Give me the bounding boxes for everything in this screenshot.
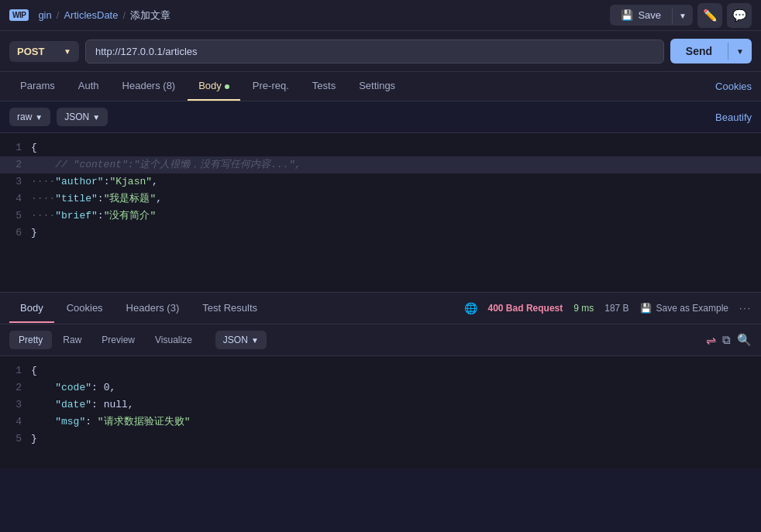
- json-chevron-icon: ▼: [92, 113, 100, 122]
- tab-prereq[interactable]: Pre-req.: [242, 72, 300, 101]
- more-options-button[interactable]: ···: [739, 303, 752, 314]
- cookies-link[interactable]: Cookies: [715, 81, 752, 92]
- response-code-editor[interactable]: 1 { 2 "code": 0, 3 "date": null, 4 "msg"…: [0, 356, 761, 469]
- code-line-1: 1 {: [0, 139, 761, 156]
- globe-icon: 🌐: [464, 302, 477, 314]
- save-disk-icon: 💾: [621, 9, 633, 21]
- raw-format-select[interactable]: raw ▼: [9, 108, 50, 126]
- json-format-select[interactable]: JSON ▼: [57, 108, 108, 126]
- tab-body[interactable]: Body: [188, 72, 240, 101]
- response-tab-test-results[interactable]: Test Results: [191, 294, 268, 323]
- method-select[interactable]: POST ▼: [9, 41, 79, 62]
- send-button[interactable]: Send: [670, 39, 728, 63]
- logo-icon: WIP: [9, 9, 29, 21]
- send-button-group: Send ▼: [670, 39, 752, 63]
- resp-code-line-1: 1 {: [0, 362, 761, 379]
- save-button[interactable]: 💾 Save: [610, 5, 672, 26]
- breadcrumb: gin / ArticlesDate / 添加文章: [38, 9, 170, 22]
- response-json-label: JSON: [223, 335, 248, 345]
- response-json-chevron-icon: ▼: [251, 336, 259, 345]
- method-chevron-icon: ▼: [64, 47, 71, 56]
- resp-code-line-3: 3 "date": null,: [0, 396, 761, 414]
- response-time: 9 ms: [573, 303, 594, 314]
- title-bar: WIP gin / ArticlesDate / 添加文章 💾 Save ▼ ✏…: [0, 0, 761, 31]
- app-logo: WIP: [9, 9, 29, 21]
- breadcrumb-articlesdate[interactable]: ArticlesDate: [64, 9, 118, 21]
- tab-headers[interactable]: Headers (8): [112, 72, 187, 101]
- edit-button[interactable]: ✏️: [697, 3, 722, 28]
- breadcrumb-current: 添加文章: [130, 9, 170, 22]
- response-tabs-list: Body Cookies Headers (3) Test Results: [9, 294, 268, 323]
- response-tabs-bar: Body Cookies Headers (3) Test Results 🌐 …: [0, 292, 761, 324]
- response-tab-cookies[interactable]: Cookies: [56, 294, 114, 323]
- method-label: POST: [17, 46, 44, 57]
- request-tabs-list: Params Auth Headers (8) Body Pre-req. Te…: [9, 72, 715, 101]
- resp-code-line-5: 5 }: [0, 431, 761, 448]
- response-status-area: 🌐 400 Bad Request 9 ms 187 B 💾 Save as E…: [464, 302, 752, 314]
- code-line-4: 4 ····"title":"我是标题",: [0, 190, 761, 208]
- request-bar: POST ▼ Send ▼: [0, 31, 761, 72]
- tab-auth[interactable]: Auth: [67, 72, 110, 101]
- resp-code-line-2: 2 "code": 0,: [0, 379, 761, 396]
- raw-chevron-icon: ▼: [35, 113, 43, 122]
- save-label: Save: [638, 9, 661, 21]
- title-actions: 💾 Save ▼ ✏️ 💬: [610, 3, 752, 28]
- chevron-down-icon: ▼: [679, 12, 687, 20]
- response-json-select[interactable]: JSON ▼: [215, 331, 267, 349]
- search-icon[interactable]: 🔍: [737, 333, 752, 347]
- code-line-5: 5 ····"brief":"没有简介": [0, 208, 761, 225]
- save-as-example-button[interactable]: 💾 Save as Example: [640, 303, 728, 314]
- response-size: 187 B: [604, 303, 628, 314]
- send-dropdown-button[interactable]: ▼: [728, 39, 752, 63]
- code-line-3: 3 ····"author":"Kjasn",: [0, 173, 761, 190]
- body-format-bar: raw ▼ JSON ▼ Beautify: [0, 101, 761, 133]
- json-label: JSON: [64, 112, 89, 122]
- view-tab-visualize[interactable]: Visualize: [146, 331, 201, 349]
- view-tab-preview[interactable]: Preview: [92, 331, 144, 349]
- resp-code-line-4: 4 "msg": "请求数据验证失败": [0, 414, 761, 431]
- beautify-button[interactable]: Beautify: [715, 112, 752, 123]
- view-tab-pretty[interactable]: Pretty: [9, 331, 52, 349]
- view-tab-raw[interactable]: Raw: [53, 331, 91, 349]
- request-tabs-bar: Params Auth Headers (8) Body Pre-req. Te…: [0, 72, 761, 101]
- code-line-6: 6 }: [0, 225, 761, 242]
- word-wrap-icon[interactable]: ⇌: [706, 333, 716, 348]
- body-code-editor[interactable]: 1 { 2 // "content":"这个人很懒，没有写任何内容...", 3…: [0, 133, 761, 292]
- response-format-bar: Pretty Raw Preview Visualize JSON ▼ ⇌ ⧉ …: [0, 324, 761, 356]
- response-format-actions: ⇌ ⧉ 🔍: [706, 333, 752, 348]
- breadcrumb-gin[interactable]: gin: [38, 9, 51, 21]
- raw-label: raw: [17, 112, 32, 122]
- tab-settings[interactable]: Settings: [348, 72, 406, 101]
- save-button-group: 💾 Save ▼: [610, 5, 693, 26]
- save-example-label: Save as Example: [656, 303, 728, 314]
- comment-button[interactable]: 💬: [727, 3, 752, 28]
- url-input[interactable]: [85, 39, 664, 63]
- tab-params[interactable]: Params: [9, 72, 66, 101]
- view-tabs: Pretty Raw Preview Visualize: [9, 331, 201, 349]
- save-example-icon: 💾: [640, 303, 652, 314]
- send-chevron-icon: ▼: [736, 47, 744, 56]
- code-line-2: 2 // "content":"这个人很懒，没有写任何内容...",: [0, 156, 761, 173]
- copy-icon[interactable]: ⧉: [722, 333, 731, 347]
- tab-tests[interactable]: Tests: [301, 72, 346, 101]
- response-tab-body[interactable]: Body: [9, 294, 54, 323]
- response-status-badge: 400 Bad Request: [488, 303, 563, 314]
- response-tab-headers[interactable]: Headers (3): [115, 294, 191, 323]
- save-dropdown-button[interactable]: ▼: [673, 5, 693, 26]
